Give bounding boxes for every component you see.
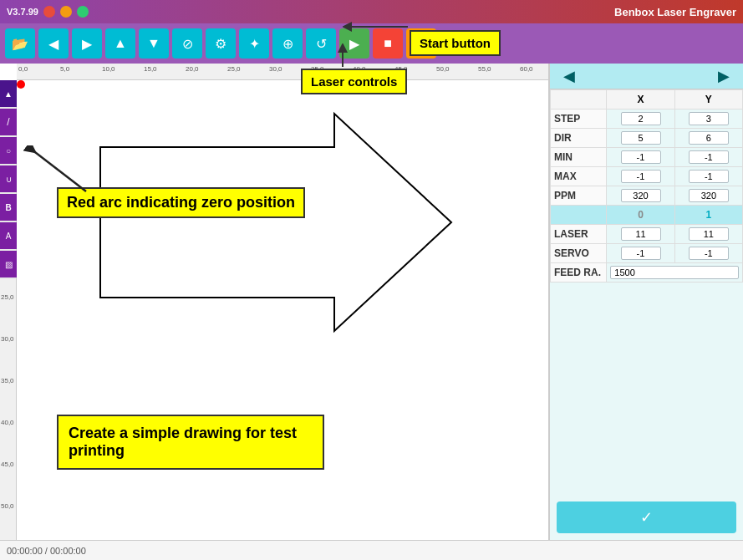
step-y-input[interactable] bbox=[689, 112, 729, 125]
confirm-button[interactable]: ✓ bbox=[557, 501, 736, 533]
min-x-input[interactable] bbox=[621, 150, 661, 164]
max-y-cell[interactable] bbox=[674, 167, 742, 186]
feed-rate-label: FEED RA. bbox=[551, 263, 607, 283]
feed-rate-cell[interactable] bbox=[607, 263, 743, 283]
laser-x-input[interactable] bbox=[621, 227, 661, 241]
table-row: PPM bbox=[551, 186, 743, 206]
svg-marker-2 bbox=[100, 114, 451, 331]
feed-rate-input[interactable] bbox=[610, 266, 739, 279]
titlebar-left: V3.7.99 bbox=[7, 6, 89, 18]
servo-label: SERVO bbox=[551, 244, 607, 263]
servo-x-cell[interactable] bbox=[607, 244, 674, 263]
laser-y-input[interactable] bbox=[689, 227, 729, 241]
pen-tool[interactable]: / bbox=[0, 109, 17, 135]
toggle-1[interactable]: 1 bbox=[674, 206, 742, 225]
title-bar: V3.7.99 Benbox Laser Engraver bbox=[0, 0, 743, 23]
ppm-x-input[interactable] bbox=[621, 189, 661, 202]
arrow-drawing bbox=[17, 80, 548, 540]
curve-tool[interactable]: ∪ bbox=[0, 165, 17, 192]
dir-x-input[interactable] bbox=[621, 131, 661, 145]
min-label: MIN bbox=[551, 148, 607, 167]
col-header-y: Y bbox=[674, 90, 742, 109]
time-display: 00:00:00 / 00:00:00 bbox=[7, 546, 86, 556]
drawing-area[interactable]: Red arc indicating zero position Create … bbox=[17, 80, 548, 540]
max-label: MAX bbox=[551, 167, 607, 186]
servo-y-cell[interactable] bbox=[674, 244, 742, 263]
servo-y-input[interactable] bbox=[689, 247, 729, 260]
up-button[interactable]: ▲ bbox=[105, 28, 135, 59]
minimize-button[interactable] bbox=[60, 6, 72, 18]
col-header-empty bbox=[551, 90, 607, 109]
settings1-button[interactable]: ⚙ bbox=[206, 28, 236, 59]
prev-button[interactable]: ◀ bbox=[38, 28, 69, 59]
play-button[interactable]: ▶ bbox=[339, 28, 369, 59]
open-button[interactable]: 📂 bbox=[5, 28, 35, 59]
min-y-input[interactable] bbox=[689, 150, 729, 164]
ppm-y-cell[interactable] bbox=[674, 186, 742, 206]
circle-tool[interactable]: ○ bbox=[0, 137, 17, 164]
table-row: FEED RA. bbox=[551, 263, 743, 283]
max-y-input[interactable] bbox=[689, 170, 729, 183]
image-tool[interactable]: ▨ bbox=[0, 251, 17, 277]
cancel-button[interactable]: ⊘ bbox=[172, 28, 202, 59]
ppm-x-cell[interactable] bbox=[607, 186, 674, 206]
col-header-x: X bbox=[607, 90, 674, 109]
pointer-tool[interactable]: ▲ bbox=[0, 80, 17, 107]
left-tools: ▲ / ○ ∪ B A ▨ bbox=[0, 80, 17, 279]
right-panel-table: X Y STEP DIR MIN bbox=[550, 89, 743, 283]
right-panel-nav: ◀ ▶ bbox=[550, 64, 743, 89]
bold-text-tool[interactable]: B bbox=[0, 194, 17, 221]
settings2-button[interactable]: ✦ bbox=[239, 28, 269, 59]
dir-y-input[interactable] bbox=[689, 131, 729, 145]
content-area: 0,0 5,0 10,0 15,0 20,0 25,0 30,0 35,0 40… bbox=[0, 64, 743, 540]
version-label: V3.7.99 bbox=[7, 7, 38, 17]
table-row: MAX bbox=[551, 167, 743, 186]
dir-x-cell[interactable] bbox=[607, 129, 674, 148]
dir-label: DIR bbox=[551, 129, 607, 148]
rp-nav-right[interactable]: ▶ bbox=[718, 67, 730, 85]
step-label: STEP bbox=[551, 109, 607, 129]
table-row: SERVO bbox=[551, 244, 743, 263]
dir-y-cell[interactable] bbox=[674, 129, 742, 148]
toggle-empty bbox=[551, 206, 607, 225]
max-x-cell[interactable] bbox=[607, 167, 674, 186]
step-y-cell[interactable] bbox=[674, 109, 742, 129]
toggle-row: 0 1 bbox=[551, 206, 743, 225]
min-x-cell[interactable] bbox=[607, 148, 674, 167]
laser-x-cell[interactable] bbox=[607, 225, 674, 244]
max-x-input[interactable] bbox=[621, 170, 661, 183]
close-button[interactable] bbox=[43, 6, 55, 18]
canvas-container[interactable]: 0,0 5,0 10,0 15,0 20,0 25,0 30,0 35,0 40… bbox=[0, 64, 549, 540]
table-row: STEP bbox=[551, 109, 743, 129]
maximize-button[interactable] bbox=[77, 6, 89, 18]
stop-button[interactable]: ■ bbox=[373, 28, 403, 59]
toolbar: 📂 ◀ ▶ ▲ ▼ ⊘ ⚙ ✦ ⊕ ↺ ▶ ■ ⌖ bbox=[0, 23, 743, 64]
next-button[interactable]: ▶ bbox=[72, 28, 102, 59]
horizontal-ruler: 0,0 5,0 10,0 15,0 20,0 25,0 30,0 35,0 40… bbox=[17, 64, 548, 80]
target-button[interactable]: ⊕ bbox=[272, 28, 303, 59]
app-title: Benbox Laser Engraver bbox=[614, 6, 736, 18]
rp-nav-left[interactable]: ◀ bbox=[563, 67, 575, 85]
step-x-input[interactable] bbox=[621, 112, 661, 125]
table-row: LASER bbox=[551, 225, 743, 244]
right-panel: ◀ ▶ X Y STEP DIR bbox=[549, 64, 743, 540]
statusbar: 00:00:00 / 00:00:00 bbox=[0, 540, 743, 560]
ppm-y-input[interactable] bbox=[689, 189, 729, 202]
connect-button[interactable]: ⌖ bbox=[406, 28, 436, 59]
step-x-cell[interactable] bbox=[607, 109, 674, 129]
servo-x-input[interactable] bbox=[621, 247, 661, 260]
ppm-label: PPM bbox=[551, 186, 607, 206]
laser-label: LASER bbox=[551, 225, 607, 244]
table-row: DIR bbox=[551, 129, 743, 148]
down-button[interactable]: ▼ bbox=[139, 28, 169, 59]
toggle-0[interactable]: 0 bbox=[607, 206, 674, 225]
min-y-cell[interactable] bbox=[674, 148, 742, 167]
text-tool[interactable]: A bbox=[0, 222, 17, 249]
laser-y-cell[interactable] bbox=[674, 225, 742, 244]
table-row: MIN bbox=[551, 148, 743, 167]
refresh-button[interactable]: ↺ bbox=[306, 28, 336, 59]
